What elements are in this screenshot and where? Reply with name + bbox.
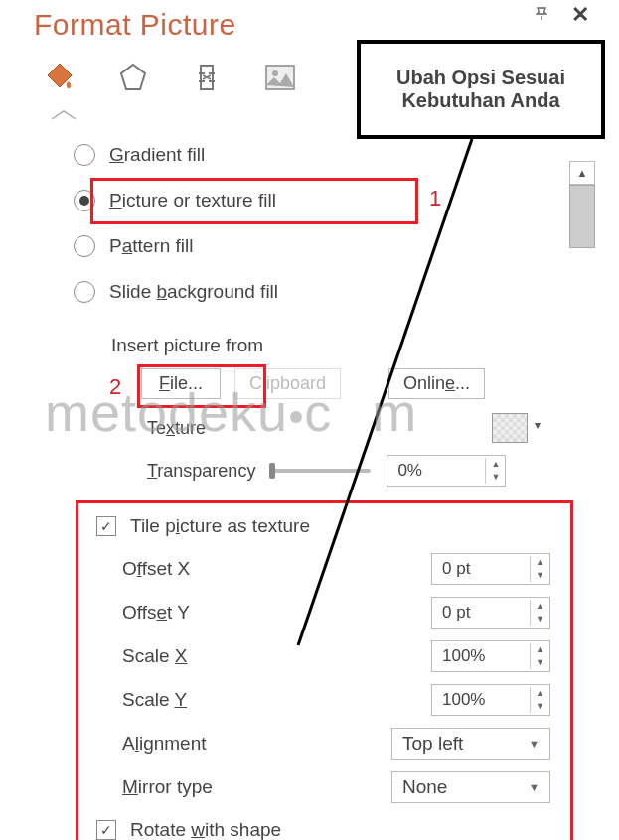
svg-point-3 bbox=[272, 70, 278, 76]
checkbox-icon bbox=[96, 516, 116, 536]
close-icon[interactable]: ✕ bbox=[571, 2, 589, 28]
offset-y-value: 0 pt bbox=[432, 603, 530, 623]
tab-size[interactable] bbox=[185, 56, 229, 99]
alignment-value: Top left bbox=[402, 733, 463, 755]
radio-label: Pattern fill bbox=[109, 235, 194, 257]
offset-x-value: 0 pt bbox=[432, 559, 530, 579]
rotate-check-label: Rotate with shape bbox=[130, 819, 281, 840]
transparency-value: 0% bbox=[387, 461, 485, 481]
transparency-slider[interactable] bbox=[271, 469, 371, 473]
chevron-down-icon: ▼ bbox=[529, 738, 540, 750]
offset-y-spinner[interactable]: 0 pt ▲▼ bbox=[431, 597, 550, 629]
offset-y-label: Offset Y bbox=[122, 602, 190, 624]
offset-x-spinner[interactable]: 0 pt ▲▼ bbox=[431, 553, 550, 585]
radio-slide-background-fill[interactable]: Slide background fill bbox=[74, 269, 597, 315]
radio-icon bbox=[74, 190, 95, 211]
svg-marker-0 bbox=[121, 65, 145, 89]
scroll-thumb[interactable] bbox=[569, 185, 595, 248]
scale-x-value: 100% bbox=[432, 646, 530, 666]
tab-fill[interactable] bbox=[38, 56, 81, 99]
spinner-arrows[interactable]: ▲▼ bbox=[530, 600, 549, 625]
scale-x-spinner[interactable]: 100% ▲▼ bbox=[431, 640, 550, 672]
online-button[interactable]: Online... bbox=[388, 368, 485, 399]
clipboard-button: Clipboard bbox=[234, 368, 341, 399]
radio-pattern-fill[interactable]: Pattern fill bbox=[74, 223, 597, 269]
tile-checkbox-row[interactable]: Tile picture as texture bbox=[96, 515, 550, 537]
transparency-spinner[interactable]: 0% ▲▼ bbox=[387, 455, 506, 487]
radio-icon bbox=[74, 144, 95, 166]
texture-picker[interactable] bbox=[492, 413, 528, 443]
scale-y-label: Scale Y bbox=[122, 689, 187, 711]
radio-icon bbox=[74, 235, 95, 257]
mirror-value: None bbox=[402, 776, 447, 798]
radio-label: Slide background fill bbox=[109, 281, 278, 303]
radio-icon bbox=[74, 281, 95, 303]
tile-check-label: Tile picture as texture bbox=[130, 515, 310, 537]
mirror-label: Mirror type bbox=[122, 776, 213, 798]
scroll-track[interactable] bbox=[569, 248, 595, 459]
tab-picture[interactable] bbox=[258, 56, 302, 99]
offset-x-label: Offset X bbox=[122, 558, 190, 580]
scrollbar[interactable]: ▲ bbox=[569, 161, 595, 459]
spinner-arrows[interactable]: ▲▼ bbox=[530, 643, 549, 668]
scale-y-spinner[interactable]: 100% ▲▼ bbox=[431, 684, 550, 716]
alignment-dropdown[interactable]: Top left ▼ bbox=[391, 728, 550, 760]
checkbox-icon bbox=[96, 820, 116, 840]
annotation-callout: Ubah Opsi Sesuai Kebutuhan Anda bbox=[357, 40, 605, 139]
alignment-label: Alignment bbox=[122, 733, 207, 755]
pin-icon[interactable] bbox=[534, 6, 549, 22]
radio-picture-texture-fill[interactable]: Picture or texture fill bbox=[74, 178, 597, 223]
scale-x-label: Scale X bbox=[122, 645, 188, 667]
radio-label: Gradient fill bbox=[109, 144, 205, 166]
annotation-number-2: 2 bbox=[109, 374, 121, 400]
tab-effects[interactable] bbox=[111, 56, 155, 99]
chevron-down-icon: ▼ bbox=[529, 781, 540, 793]
spinner-arrows[interactable]: ▲▼ bbox=[530, 687, 549, 712]
radio-label: Picture or texture fill bbox=[109, 190, 276, 211]
annotation-number-1: 1 bbox=[429, 186, 441, 211]
mirror-dropdown[interactable]: None ▼ bbox=[391, 771, 550, 803]
file-button[interactable]: File... bbox=[141, 368, 221, 399]
scroll-up-button[interactable]: ▲ bbox=[569, 161, 595, 185]
transparency-label: Transparency bbox=[147, 461, 255, 482]
insert-picture-label: Insert picture from bbox=[111, 335, 597, 356]
texture-label: Texture bbox=[147, 418, 206, 439]
pane-title: Format Picture bbox=[34, 8, 597, 42]
spinner-arrows[interactable]: ▲▼ bbox=[530, 556, 549, 581]
rotate-checkbox-row[interactable]: Rotate with shape bbox=[96, 819, 550, 840]
spinner-arrows[interactable]: ▲▼ bbox=[485, 458, 505, 483]
scale-y-value: 100% bbox=[432, 690, 530, 710]
tile-options-group: Tile picture as texture Offset X 0 pt ▲▼… bbox=[76, 500, 573, 840]
